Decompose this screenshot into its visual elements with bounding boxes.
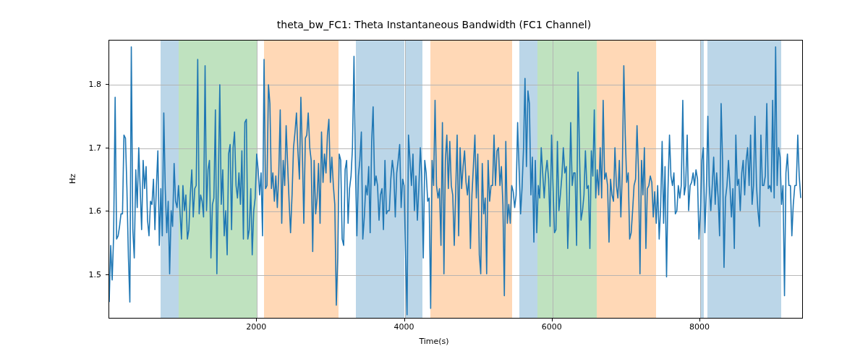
y-axis-label: Hz [68, 174, 77, 184]
y-tick-label: 1.5 [89, 269, 102, 279]
y-tick-mark [106, 274, 109, 275]
y-tick-mark [106, 84, 109, 85]
data-line [109, 47, 801, 315]
x-tick-label: 4000 [394, 322, 414, 332]
x-tick-mark [404, 319, 405, 321]
x-tick-mark [256, 319, 257, 321]
y-tick-mark [106, 148, 109, 148]
chart-title: theta_bw_FC1: Theta Instantaneous Bandwi… [0, 19, 868, 30]
x-tick-label: 2000 [246, 322, 266, 332]
chart-axes [109, 40, 803, 319]
line-svg [109, 41, 802, 318]
chart-figure: theta_bw_FC1: Theta Instantaneous Bandwi… [0, 0, 868, 362]
x-tick-label: 6000 [542, 322, 562, 332]
y-tick-mark [106, 211, 109, 211]
y-tick-label: 1.6 [89, 206, 102, 216]
x-tick-mark [699, 319, 700, 321]
x-tick-mark [552, 319, 553, 321]
x-axis-label: Time(s) [0, 337, 868, 346]
x-tick-label: 8000 [689, 322, 710, 332]
y-tick-label: 1.7 [89, 143, 102, 152]
y-tick-label: 1.8 [89, 80, 102, 89]
